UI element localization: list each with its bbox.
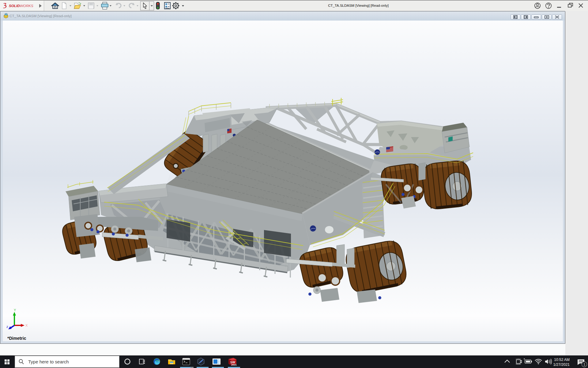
svg-text:Y: Y	[14, 308, 16, 312]
svg-text:1: 1	[583, 362, 585, 366]
svg-text:Z: Z	[6, 325, 8, 328]
svg-text:X: X	[25, 324, 28, 327]
svg-text:2021: 2021	[231, 363, 237, 366]
